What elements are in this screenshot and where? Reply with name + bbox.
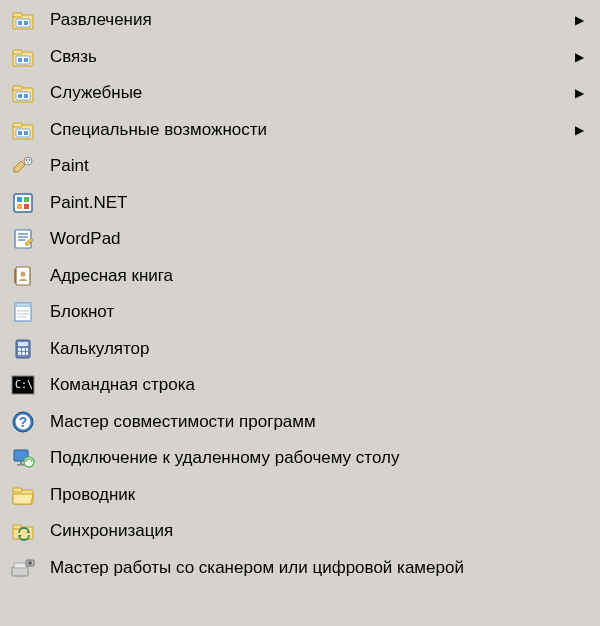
svg-point-20 [24, 157, 32, 165]
menu-item-label: Мастер совместимости программ [50, 412, 584, 432]
menu-item-entertainment[interactable]: Развлечения▶ [0, 2, 600, 39]
help-icon: ? [10, 409, 36, 435]
menu-item-scanner-camera[interactable]: Мастер работы со сканером или цифровой к… [0, 550, 600, 587]
menu-item-accessibility[interactable]: Специальные возможности▶ [0, 112, 600, 149]
svg-rect-16 [13, 123, 22, 127]
svg-rect-25 [17, 197, 22, 202]
svg-rect-9 [24, 58, 28, 62]
menu-item-system-tools[interactable]: Служебные▶ [0, 75, 600, 112]
submenu-arrow-icon: ▶ [565, 123, 584, 137]
svg-rect-8 [18, 58, 22, 62]
menu-item-calculator[interactable]: Калькулятор [0, 331, 600, 368]
menu-item-explorer[interactable]: Проводник [0, 477, 600, 514]
remote-desktop-icon [10, 445, 36, 471]
menu-item-label: WordPad [50, 229, 584, 249]
svg-rect-13 [18, 94, 22, 98]
svg-rect-28 [24, 204, 29, 209]
menu-item-label: Калькулятор [50, 339, 584, 359]
wordpad-icon [10, 226, 36, 252]
svg-rect-48 [18, 352, 21, 355]
svg-rect-4 [24, 21, 28, 25]
svg-rect-65 [14, 563, 26, 568]
menu-item-label: Блокнот [50, 302, 584, 322]
programs-menu: Развлечения▶ Связь▶ Служебные▶ Специальн… [0, 0, 600, 588]
menu-item-label: Мастер работы со сканером или цифровой к… [50, 558, 584, 578]
svg-rect-27 [17, 204, 22, 209]
menu-item-paint-net[interactable]: Paint.NET [0, 185, 600, 222]
svg-rect-26 [24, 197, 29, 202]
svg-rect-19 [24, 131, 28, 135]
svg-rect-44 [18, 342, 28, 346]
svg-point-37 [20, 304, 22, 306]
svg-point-36 [17, 304, 19, 306]
menu-item-label: Адресная книга [50, 266, 584, 286]
menu-item-label: Командная строка [50, 375, 584, 395]
cmd-icon: C:\ [10, 372, 36, 398]
svg-rect-57 [20, 461, 22, 464]
menu-item-cmd[interactable]: C:\ Командная строка [0, 367, 600, 404]
svg-text:?: ? [19, 414, 28, 430]
svg-point-38 [23, 304, 25, 306]
svg-rect-1 [13, 13, 22, 17]
svg-text:C:\: C:\ [15, 379, 33, 390]
menu-item-label: Paint.NET [50, 193, 584, 213]
svg-rect-47 [26, 348, 28, 351]
menu-item-sync[interactable]: Синхронизация [0, 513, 600, 550]
menu-item-label: Специальные возможности [50, 120, 565, 140]
submenu-arrow-icon: ▶ [565, 50, 584, 64]
svg-rect-63 [13, 525, 21, 529]
menu-item-address-book[interactable]: Адресная книга [0, 258, 600, 295]
folder-group-icon [10, 80, 36, 106]
menu-item-notepad[interactable]: Блокнот [0, 294, 600, 331]
menu-item-compat-wizard[interactable]: ? Мастер совместимости программ [0, 404, 600, 441]
svg-rect-29 [15, 230, 31, 248]
calculator-icon [10, 336, 36, 362]
folder-group-icon [10, 117, 36, 143]
svg-rect-11 [13, 86, 22, 90]
svg-rect-24 [14, 194, 32, 212]
svg-rect-45 [18, 348, 21, 351]
submenu-arrow-icon: ▶ [565, 13, 584, 27]
menu-item-label: Служебные [50, 83, 565, 103]
menu-item-label: Синхронизация [50, 521, 584, 541]
svg-point-21 [26, 159, 28, 161]
menu-item-label: Развлечения [50, 10, 565, 30]
svg-rect-46 [22, 348, 25, 351]
submenu-arrow-icon: ▶ [565, 86, 584, 100]
scanner-icon [10, 555, 36, 581]
paint-icon [10, 153, 36, 179]
svg-rect-50 [26, 352, 28, 355]
svg-point-33 [21, 271, 26, 276]
svg-rect-49 [22, 352, 25, 355]
menu-item-communication[interactable]: Связь▶ [0, 39, 600, 76]
menu-item-label: Подключение к удаленному рабочему столу [50, 448, 584, 468]
sync-icon [10, 518, 36, 544]
menu-item-label: Проводник [50, 485, 584, 505]
svg-point-23 [27, 162, 29, 164]
svg-rect-14 [24, 94, 28, 98]
address-book-icon [10, 263, 36, 289]
svg-point-39 [26, 304, 28, 306]
svg-point-22 [29, 159, 31, 161]
svg-rect-3 [18, 21, 22, 25]
svg-rect-18 [18, 131, 22, 135]
svg-rect-6 [13, 50, 22, 54]
menu-item-remote-desktop[interactable]: Подключение к удаленному рабочему столу [0, 440, 600, 477]
svg-rect-61 [13, 488, 22, 492]
folder-group-icon [10, 44, 36, 70]
menu-item-label: Связь [50, 47, 565, 67]
menu-item-wordpad[interactable]: WordPad [0, 221, 600, 258]
notepad-icon [10, 299, 36, 325]
paint-net-icon [10, 190, 36, 216]
menu-item-label: Paint [50, 156, 584, 176]
folder-group-icon [10, 7, 36, 33]
svg-point-67 [28, 561, 32, 565]
explorer-icon [10, 482, 36, 508]
menu-item-paint[interactable]: Paint [0, 148, 600, 185]
